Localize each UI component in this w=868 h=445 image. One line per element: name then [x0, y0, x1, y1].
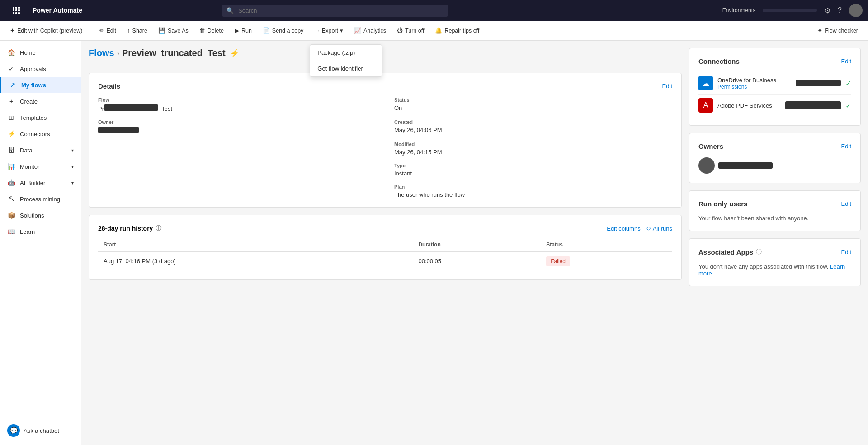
grid-icon [13, 7, 20, 14]
sidebar-item-process-mining-label: Process mining [20, 196, 60, 203]
associated-apps-card: Associated Apps ⓘ Edit You don't have an… [689, 238, 861, 286]
content-area: Flows › Preview_truncated_Test ⚡ Details… [81, 41, 868, 445]
help-icon[interactable]: ? [838, 6, 842, 14]
sidebar-item-ai-builder-label: AI Builder [20, 180, 45, 186]
detail-spacer2 [98, 163, 376, 177]
sidebar-item-my-flows[interactable]: ↗ My flows [0, 77, 81, 93]
details-title: Details [98, 82, 120, 90]
export-container: ↔ Export ▾ Package (.zip) Get flow ident… [310, 24, 348, 37]
status-value: On [394, 104, 672, 111]
search-icon: 🔍 [226, 7, 234, 14]
details-edit-link[interactable]: Edit [662, 83, 672, 90]
connection-onedrive: ☁ OneDrive for Business Permissions ✓ [698, 72, 851, 95]
sidebar-item-approvals[interactable]: ✓ Approvals [0, 61, 81, 77]
breadcrumb-separator: › [117, 49, 119, 57]
run-icon: ▶ [235, 27, 239, 34]
analytics-button[interactable]: 📈 Analytics [349, 24, 391, 37]
avatar[interactable] [849, 4, 863, 17]
data-expand-icon: ▾ [71, 148, 74, 153]
get-flow-identifier-option[interactable]: Get flow identifier [310, 61, 382, 76]
all-runs-button[interactable]: ↻ All runs [646, 225, 672, 232]
owners-edit-link[interactable]: Edit [841, 143, 851, 150]
turn-off-button[interactable]: ⏻ Turn off [392, 24, 429, 37]
associated-apps-info-icon[interactable]: ⓘ [756, 248, 762, 256]
share-button[interactable]: ↑ Share [123, 24, 152, 37]
app-logo: Power Automate [33, 7, 82, 14]
export-button[interactable]: ↔ Export ▾ [310, 24, 348, 37]
sidebar-item-templates[interactable]: ⊞ Templates [0, 109, 81, 126]
settings-icon[interactable]: ⚙ [824, 6, 830, 15]
sidebar-item-connectors-label: Connectors [20, 131, 50, 137]
table-row: Aug 17, 04:16 PM (3 d ago) 00:00:05 Fail… [98, 252, 672, 270]
save-as-button[interactable]: 💾 Save As [154, 24, 193, 37]
chatbot-button[interactable]: 💬 Ask a chatbot [0, 420, 81, 441]
onedrive-permissions-link[interactable]: Permissions [717, 84, 791, 90]
sidebar-item-ai-builder[interactable]: 🤖 AI Builder ▾ [0, 175, 81, 191]
type-value: Instant [394, 170, 672, 177]
owner-redacted [98, 127, 139, 133]
associated-apps-header: Associated Apps ⓘ Edit [698, 248, 851, 256]
sidebar-item-monitor[interactable]: 📊 Monitor ▾ [0, 158, 81, 175]
monitor-icon: 📊 [7, 163, 15, 170]
run-only-users-text: Your flow hasn't been shared with anyone… [698, 215, 851, 222]
edit-button[interactable]: ✏ Edit [95, 24, 121, 37]
connections-edit-link[interactable]: Edit [841, 58, 851, 65]
env-selector[interactable] [763, 9, 817, 12]
edit-columns-button[interactable]: Edit columns [607, 225, 640, 232]
breadcrumb-flows-link[interactable]: Flows [89, 48, 114, 58]
repair-tips-button[interactable]: 🔔 Repair tips off [430, 24, 484, 37]
connectors-icon: ⚡ [7, 130, 15, 137]
detail-plan: Plan The user who runs the flow [394, 184, 672, 198]
right-column: Connections Edit ☁ OneDrive for Business… [689, 48, 861, 438]
run-history-table: Start Duration Status Aug 17, 04:16 PM (… [98, 238, 672, 270]
search-input[interactable] [222, 5, 448, 17]
associated-apps-title: Associated Apps [698, 248, 753, 256]
associated-apps-edit-link[interactable]: Edit [841, 249, 851, 256]
analytics-icon: 📈 [354, 27, 361, 34]
send-copy-button[interactable]: 📄 Send a copy [258, 24, 308, 37]
detail-created: Created May 26, 04:06 PM [394, 119, 672, 134]
edit-icon: ✏ [99, 27, 104, 34]
delete-button[interactable]: 🗑 Delete [195, 24, 228, 37]
run-only-users-edit-link[interactable]: Edit [841, 200, 851, 207]
details-card-header: Details Edit [98, 82, 672, 90]
connections-list: ☁ OneDrive for Business Permissions ✓ A … [698, 72, 851, 116]
connections-card: Connections Edit ☁ OneDrive for Business… [689, 48, 861, 126]
modified-value: May 26, 04:15 PM [394, 149, 672, 156]
owners-list [698, 157, 851, 174]
col-status: Status [541, 238, 672, 252]
sidebar-item-create[interactable]: + Create [0, 93, 81, 109]
run-button[interactable]: ▶ Run [230, 24, 256, 37]
solutions-icon: 📦 [7, 212, 15, 219]
sidebar-item-home[interactable]: 🏠 Home [0, 44, 81, 61]
export-dropdown: Package (.zip) Get flow identifier [310, 44, 382, 77]
collapse-sidebar-btn[interactable] [5, 3, 27, 18]
modified-label: Modified [394, 142, 672, 147]
adobe-account: Adobe PDF Services [785, 101, 841, 109]
adobe-logo: A [698, 98, 713, 113]
lightning-icon: ⚡ [230, 49, 239, 57]
plan-value: The user who runs the flow [394, 191, 672, 198]
run-status: Failed [541, 252, 672, 270]
sidebar-item-process-mining[interactable]: ⛏ Process mining [0, 191, 81, 207]
edit-copilot-button[interactable]: ✦ Edit with Copilot (preview) [5, 24, 87, 37]
sidebar-item-data[interactable]: 🗄 Data ▾ [0, 142, 81, 158]
run-only-users-card: Run only users Edit Your flow hasn't bee… [689, 190, 861, 231]
sidebar-item-solutions[interactable]: 📦 Solutions [0, 207, 81, 223]
adobe-info: Adobe PDF Services [717, 102, 781, 109]
sidebar-item-learn[interactable]: 📖 Learn [0, 223, 81, 240]
plan-label: Plan [394, 184, 672, 189]
run-only-users-header: Run only users Edit [698, 200, 851, 208]
app-name: Power Automate [33, 7, 82, 14]
run-history-info-icon[interactable]: ⓘ [156, 224, 161, 232]
data-icon: 🗄 [7, 147, 15, 154]
owners-header: Owners Edit [698, 142, 851, 150]
run-only-users-title: Run only users [698, 200, 747, 208]
sidebar-item-connectors[interactable]: ⚡ Connectors [0, 126, 81, 142]
chatbot-label: Ask a chatbot [24, 427, 59, 434]
run-duration: 00:00:05 [413, 252, 541, 270]
flow-checker-button[interactable]: ✦ Flow checker [813, 24, 863, 37]
owner-value [98, 127, 376, 134]
run-start: Aug 17, 04:16 PM (3 d ago) [98, 252, 413, 270]
package-zip-option[interactable]: Package (.zip) [310, 45, 382, 61]
